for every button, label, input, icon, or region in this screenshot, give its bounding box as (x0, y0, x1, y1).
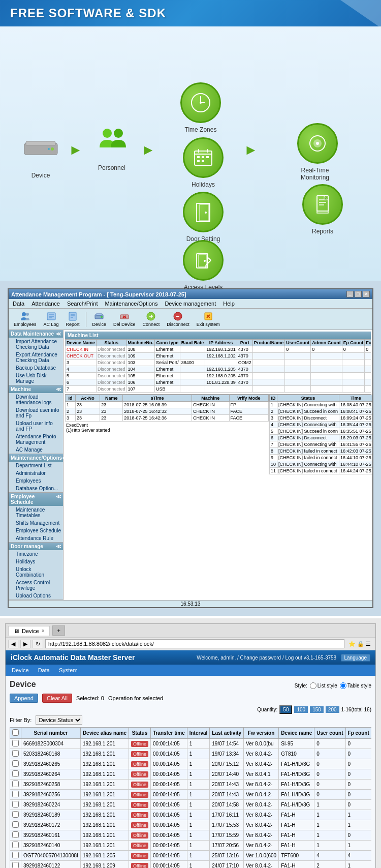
toolbar-report[interactable]: Report (64, 310, 82, 328)
web-table-cell: Offline (129, 759, 151, 769)
sidebar-timezone[interactable]: Timezone (9, 550, 63, 558)
toolbar-disconnect[interactable]: Disconnect (164, 310, 192, 328)
sidebar-download-logs[interactable]: Download attendance logs (9, 393, 63, 406)
sidebar-backup[interactable]: Backup Database (9, 364, 63, 372)
menu-data[interactable]: Data (11, 300, 26, 307)
table-cell (180, 353, 205, 360)
win-minimize[interactable]: _ (346, 291, 354, 297)
sidebar-unlock[interactable]: Unlock Combination (9, 565, 63, 579)
toolbar-del-device[interactable]: Del Device (111, 310, 138, 328)
menu-attendance[interactable]: Attendance (30, 300, 61, 307)
row-check[interactable] (12, 781, 19, 787)
web-table-cell: 0 (314, 769, 345, 780)
sidebar-usb[interactable]: Use Usb Disk Manage (9, 372, 63, 385)
table-cell (342, 386, 365, 393)
web-table-cell: 00:00:14:05 (150, 759, 187, 769)
toolbar-device[interactable]: Device (90, 310, 109, 328)
page-header-row: Device Style: List style Table style (10, 680, 371, 692)
sidebar-holidays[interactable]: Holidays (9, 558, 63, 565)
row-check[interactable] (12, 842, 19, 848)
svg-rect-15 (202, 156, 204, 158)
menu-maintenance[interactable]: Maintenance/Options (103, 300, 159, 307)
filter-select[interactable]: Device Status (36, 715, 82, 725)
web-nav-device[interactable]: Device (10, 666, 31, 674)
sidebar-ac-manage[interactable]: AC Manage (9, 446, 63, 454)
clear-all-btn[interactable]: Clear All (42, 694, 72, 703)
web-table-cell: FA1-H (279, 861, 314, 869)
qty-50[interactable]: 50 (279, 705, 292, 714)
toolbar-connect[interactable]: Connect (140, 310, 163, 328)
sidebar-db[interactable]: Database Option... (9, 485, 63, 492)
language-btn[interactable]: Language (341, 654, 371, 662)
table-cell: CHECK OUT (66, 353, 97, 360)
row-check[interactable] (12, 852, 19, 858)
row-check[interactable] (12, 821, 19, 828)
access-levels-label: Access Levels (183, 284, 224, 291)
web-table-cell: 1 (187, 739, 210, 749)
row-check[interactable] (12, 740, 19, 746)
row-check[interactable] (12, 791, 19, 797)
address-bar[interactable] (45, 639, 344, 648)
web-table-cell: 1 (187, 861, 210, 869)
qty-200[interactable]: 200 (326, 706, 339, 713)
sidebar-shifts[interactable]: Shifts Management (9, 519, 63, 527)
nav-refresh[interactable]: ↻ (33, 640, 43, 648)
qty-100[interactable]: 100 (294, 706, 308, 713)
web-table-cell: 4 (314, 851, 345, 861)
list-style-input[interactable] (310, 682, 316, 689)
web-nav-system[interactable]: System (57, 666, 80, 674)
menu-device[interactable]: Device management (163, 300, 217, 307)
row-check[interactable] (12, 862, 19, 868)
table-row: 4[CHECK IN] Connecting with16:35:44 07-2… (270, 422, 373, 428)
new-tab-btn[interactable]: + (52, 625, 65, 636)
sidebar-upload-user[interactable]: Upload user info and FP (9, 420, 63, 433)
row-check[interactable] (12, 831, 19, 838)
sidebar-photo[interactable]: Attendance Photo Management (9, 433, 63, 446)
sidebar-timetables[interactable]: Maintenance Timetables (9, 506, 63, 519)
table-cell: Ethernet (155, 346, 180, 353)
win-close[interactable]: × (363, 291, 370, 297)
list-style-radio[interactable]: List style (310, 682, 337, 689)
toolbar-employees[interactable]: Employees (11, 310, 39, 328)
tab-close-icon[interactable]: × (42, 628, 45, 634)
row-check[interactable] (12, 811, 19, 818)
toolbar-aclog[interactable]: AC Log (41, 310, 61, 328)
web-nav-bar: Device Data System (6, 665, 375, 676)
web-table-cell: 1 (345, 820, 371, 830)
table-style-input[interactable] (340, 682, 346, 689)
sidebar-att-rule[interactable]: Attendance Rule (9, 534, 63, 542)
table-cell: 23 (100, 408, 123, 415)
nav-forward[interactable]: ▶ (20, 640, 30, 648)
sidebar-emp-schedule[interactable]: Employee Schedule (9, 527, 63, 534)
sidebar-import[interactable]: Import Attendance Checking Data (9, 338, 63, 351)
qty-150[interactable]: 150 (310, 706, 324, 713)
row-check[interactable] (12, 750, 19, 757)
timezones-icon (180, 82, 221, 123)
row-check[interactable] (12, 770, 19, 777)
sidebar-export[interactable]: Export Attendance Checking Data (9, 351, 63, 364)
browser-tab[interactable]: 🖥 Device × (8, 626, 50, 636)
append-btn[interactable]: Append (10, 694, 38, 703)
sidebar-upload-options[interactable]: Upload Options (9, 592, 63, 600)
svg-point-49 (101, 316, 103, 318)
row-check[interactable] (12, 760, 19, 767)
sidebar-access-privilege[interactable]: Access Control Privilege (9, 579, 63, 592)
sidebar-dept[interactable]: Department List (9, 462, 63, 469)
web-table-cell: 0 (345, 759, 371, 769)
win-controls[interactable]: _ □ × (346, 291, 370, 297)
col-admin: Admin Count (311, 340, 342, 346)
menu-help[interactable]: Help (221, 300, 236, 307)
select-all-check[interactable] (12, 729, 19, 736)
table-style-radio[interactable]: Table style (340, 682, 371, 689)
sidebar-admin[interactable]: Administrator (9, 469, 63, 477)
nav-back[interactable]: ◀ (8, 640, 18, 648)
row-check[interactable] (12, 801, 19, 807)
toolbar-exit[interactable]: Exit system (194, 310, 223, 328)
win-maximize[interactable]: □ (355, 291, 362, 297)
web-nav-data[interactable]: Data (36, 666, 52, 674)
table-cell: FP (229, 402, 268, 408)
sidebar-download-user[interactable]: Download user info and Fp (9, 406, 63, 420)
menu-search[interactable]: Search/Print (66, 300, 100, 307)
sidebar-employees[interactable]: Employees (9, 477, 63, 485)
web-table-cell: 0 (345, 769, 371, 780)
